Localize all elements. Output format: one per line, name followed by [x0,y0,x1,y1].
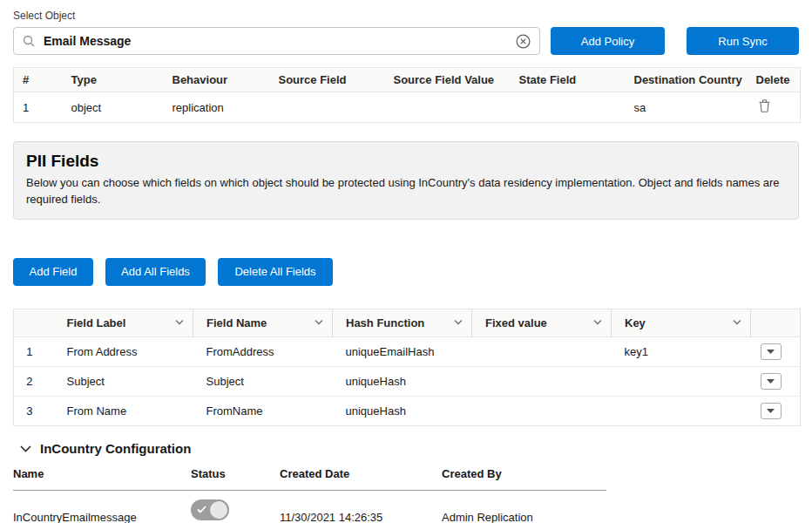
column-header-delete: Delete [748,68,801,92]
policy-type-cell: object [63,92,164,123]
row-menu-button[interactable] [761,343,782,360]
add-field-button[interactable]: Add Field [13,258,93,286]
chevron-down-icon [20,445,31,452]
section-collapse-button[interactable] [20,445,31,452]
field-num-cell: 3 [14,396,54,425]
field-actions-cell [751,336,801,366]
select-object-label: Select Object [13,10,799,22]
column-header-behaviour: Behaviour [164,68,270,92]
hash-function-cell: uniqueHash [333,396,472,425]
triangle-down-icon [767,409,775,413]
search-icon [23,35,35,47]
field-label-cell: From Address [54,336,193,366]
row-menu-button[interactable] [761,403,782,419]
fixed-value-cell [472,336,612,366]
field-num-cell: 1 [14,336,54,366]
column-header-created-date: Created Date [280,459,442,491]
chevron-down-icon [175,320,184,325]
delete-policy-button[interactable] [759,99,770,112]
config-created-by-cell: Admin Replication [442,490,606,523]
check-icon [197,506,206,513]
policy-row: 1 object replication sa [14,92,801,123]
column-header-status: Status [191,459,280,491]
column-header-state-field: State Field [511,68,626,92]
object-search-input[interactable] [42,33,516,49]
config-status-cell: Active [191,490,280,523]
hash-function-cell: uniqueHash [333,366,472,396]
object-search-box[interactable] [13,27,540,55]
pii-fields-description: Below you can choose which fields on whi… [26,175,786,208]
top-toolbar: Add Policy Run Sync [13,27,799,55]
config-name-cell: InCountryEmailmessage [13,490,191,523]
field-name-cell: FromAddress [193,336,333,366]
column-header-actions [751,309,801,336]
column-header-created-by: Created By [442,459,606,491]
clear-search-button[interactable] [516,34,531,49]
policy-source-field-cell [270,92,385,123]
incountry-config-section-header: InCountry Configuration [13,441,799,456]
active-toggle[interactable] [191,499,229,520]
column-header-label: Field Label [67,316,126,329]
column-header-field-name[interactable]: Field Name [193,309,333,336]
column-header-label: Hash Function [346,316,424,329]
column-header-destination-country: Destination Country [626,68,748,92]
toggle-knob [210,501,227,519]
add-all-fields-button[interactable]: Add All Fields [105,258,206,286]
column-header-hash-function[interactable]: Hash Function [333,309,472,336]
fixed-value-cell [472,396,612,425]
config-table-header-row: Name Status Created Date Created By [13,459,606,491]
app: Select Object Add Policy Run Sync # Type… [0,0,812,523]
column-header-type: Type [63,68,164,92]
column-header-fixed-value[interactable]: Fixed value [472,309,612,336]
field-row: 3 From Name FromName uniqueHash [14,396,801,425]
field-toolbar: Add Field Add All Fields Delete All Fiel… [13,258,799,286]
field-num-cell: 2 [14,366,54,396]
column-header-num: # [14,68,63,92]
field-actions-cell [751,396,801,425]
column-header-field-label[interactable]: Field Label [54,309,193,336]
policy-delete-cell [748,92,801,123]
config-row: InCountryEmailmessage Active 11/30/2021 … [13,490,606,523]
column-header-source-field-value: Source Field Value [385,68,511,92]
column-header-label: Field Name [206,316,267,329]
field-label-cell: From Name [54,396,193,425]
pii-fields-title: PII Fields [26,152,786,171]
column-header-key[interactable]: Key [612,309,751,336]
field-row: 1 From Address FromAddress uniqueEmailHa… [14,336,801,366]
policy-destination-country-cell: sa [626,92,748,123]
column-header-label: Fixed value [485,316,547,329]
field-name-cell: Subject [193,366,333,396]
key-cell [612,396,751,425]
config-table: Name Status Created Date Created By InCo… [13,459,606,523]
column-header-name: Name [13,459,191,491]
trash-icon [759,99,770,112]
triangle-down-icon [767,379,775,384]
field-name-cell: FromName [193,396,333,425]
hash-function-cell: uniqueEmailHash [333,336,472,366]
policy-table-header-row: # Type Behaviour Source Field Source Fie… [14,68,801,92]
row-menu-button[interactable] [761,373,782,390]
field-label-cell: Subject [54,366,193,396]
key-cell [612,366,751,396]
section-title: InCountry Configuration [40,441,191,456]
chevron-down-icon [733,320,741,325]
config-created-date-cell: 11/30/2021 14:26:35 [280,490,442,523]
pii-fields-panel: PII Fields Below you can choose which fi… [13,141,799,220]
triangle-down-icon [767,350,775,354]
fields-table: Field Label Field Name Hash Function Fix… [13,309,801,426]
column-header-label: Key [625,316,646,329]
fixed-value-cell [472,366,612,396]
add-policy-button[interactable]: Add Policy [551,27,665,55]
policy-source-field-value-cell [385,92,511,123]
column-header-source-field: Source Field [270,68,385,92]
delete-all-fields-button[interactable]: Delete All Fields [218,258,333,286]
chevron-down-icon [454,320,463,325]
column-header-row-num [14,309,54,336]
policy-state-field-cell [511,92,626,123]
chevron-down-icon [593,320,602,325]
clear-icon [516,34,531,49]
run-sync-button[interactable]: Run Sync [687,27,799,55]
field-actions-cell [751,366,801,396]
fields-table-header-row: Field Label Field Name Hash Function Fix… [14,309,801,336]
field-row: 2 Subject Subject uniqueHash [14,366,801,396]
